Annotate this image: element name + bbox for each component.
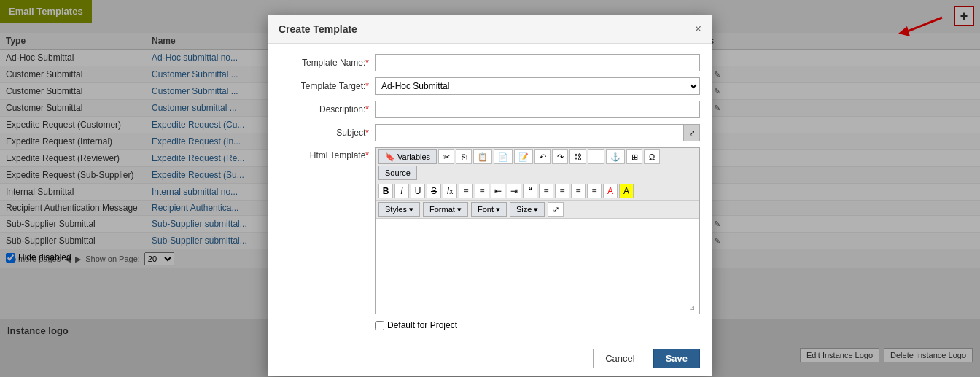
indent-button[interactable]: ⇥ xyxy=(507,184,521,198)
subject-label: Subject* xyxy=(280,128,375,138)
subject-row: Subject* ⤢ xyxy=(280,124,700,141)
editor-content-area[interactable]: ⊿ xyxy=(376,219,699,314)
editor-resize-handle[interactable]: ⊿ xyxy=(689,303,698,312)
modal-footer: Cancel Save xyxy=(268,341,712,376)
editor-toolbar: 🔖 Variables ✂ ⎘ 📋 📄 📝 ↶ ↷ ⛓ — ⚓ xyxy=(376,148,699,219)
paste-from-word-button[interactable]: 📝 xyxy=(514,149,533,164)
template-name-row: Template Name:* xyxy=(280,54,700,71)
template-target-label: Template Target:* xyxy=(280,81,375,91)
template-name-input[interactable] xyxy=(375,54,700,71)
align-right-button[interactable]: ≡ xyxy=(571,184,586,198)
align-left-button[interactable]: ≡ xyxy=(539,184,553,198)
styles-dropdown[interactable]: Styles ▾ xyxy=(378,202,420,217)
paste-button[interactable]: 📋 xyxy=(473,149,492,164)
description-row: Description:* xyxy=(280,101,700,118)
remove-format-button[interactable]: Ix xyxy=(443,184,457,198)
ordered-list-button[interactable]: ≡ xyxy=(459,184,473,198)
description-label: Description:* xyxy=(280,104,375,114)
redo-button[interactable]: ↷ xyxy=(552,149,568,164)
toolbar-row-1: 🔖 Variables ✂ ⎘ 📋 📄 📝 ↶ ↷ ⛓ — ⚓ xyxy=(376,148,699,182)
variables-button[interactable]: 🔖 Variables xyxy=(378,149,437,164)
toolbar-row-3: Styles ▾ Format ▾ Font ▾ Size ▾ ⤢ xyxy=(376,200,699,218)
fullscreen-button[interactable]: ⤢ xyxy=(548,202,564,217)
blockquote-button[interactable]: ❝ xyxy=(523,184,537,198)
modal-close-button[interactable]: × xyxy=(695,23,701,36)
subject-input[interactable] xyxy=(375,124,684,141)
default-for-project-row: Default for Project xyxy=(280,320,700,330)
table-button[interactable]: ⊞ xyxy=(626,149,642,164)
modal-header: Create Template × xyxy=(268,15,712,44)
modal-overlay: Create Template × Template Name:* Templa… xyxy=(0,0,980,377)
save-button[interactable]: Save xyxy=(653,349,700,368)
default-for-project-label: Default for Project xyxy=(387,320,457,330)
italic-button[interactable]: I xyxy=(394,184,409,198)
template-name-label: Template Name:* xyxy=(280,58,375,68)
link-button[interactable]: ⛓ xyxy=(569,149,586,164)
format-dropdown[interactable]: Format ▾ xyxy=(423,202,468,217)
align-center-button[interactable]: ≡ xyxy=(555,184,569,198)
font-color-button[interactable]: A xyxy=(603,184,618,198)
paste-text-button[interactable]: 📄 xyxy=(494,149,513,164)
background-color-button[interactable]: A xyxy=(619,184,634,198)
undo-button[interactable]: ↶ xyxy=(534,149,551,164)
copy-button[interactable]: ⎘ xyxy=(456,149,472,164)
cancel-button[interactable]: Cancel xyxy=(593,349,647,368)
align-justify-button[interactable]: ≡ xyxy=(587,184,602,198)
strikethrough-button[interactable]: S xyxy=(427,184,441,198)
source-button[interactable]: Source xyxy=(378,166,417,180)
html-template-editor-wrapper: Html Template* 🔖 Variables ✂ ⎘ 📋 📄 📝 xyxy=(280,147,700,314)
size-dropdown[interactable]: Size ▾ xyxy=(510,202,545,217)
modal-body: Template Name:* Template Target:* Ad-Hoc… xyxy=(268,44,712,341)
special-char-button[interactable]: Ω xyxy=(644,149,660,164)
outdent-button[interactable]: ⇤ xyxy=(491,184,505,198)
cut-button[interactable]: ✂ xyxy=(438,149,454,164)
modal-title: Create Template xyxy=(279,23,357,35)
create-template-modal: Create Template × Template Name:* Templa… xyxy=(268,15,712,376)
description-input[interactable] xyxy=(375,101,700,118)
default-for-project-checkbox[interactable] xyxy=(375,321,384,330)
template-target-select[interactable]: Ad-Hoc Submittal Customer Submittal Expe… xyxy=(375,77,700,95)
toolbar-row-2: B I U S Ix ≡ ≡ ⇤ ⇥ ❝ ≡ ≡ xyxy=(376,182,699,200)
html-template-label: Html Template* xyxy=(280,147,375,314)
unlink-button[interactable]: — xyxy=(588,149,604,164)
font-dropdown[interactable]: Font ▾ xyxy=(471,202,507,217)
bold-button[interactable]: B xyxy=(378,184,393,198)
unordered-list-button[interactable]: ≡ xyxy=(475,184,489,198)
html-editor-container: 🔖 Variables ✂ ⎘ 📋 📄 📝 ↶ ↷ ⛓ — ⚓ xyxy=(375,147,700,314)
subject-expand-icon[interactable]: ⤢ xyxy=(684,124,700,141)
anchor-button[interactable]: ⚓ xyxy=(606,149,625,164)
underline-button[interactable]: U xyxy=(411,184,425,198)
template-target-row: Template Target:* Ad-Hoc Submittal Custo… xyxy=(280,77,700,95)
